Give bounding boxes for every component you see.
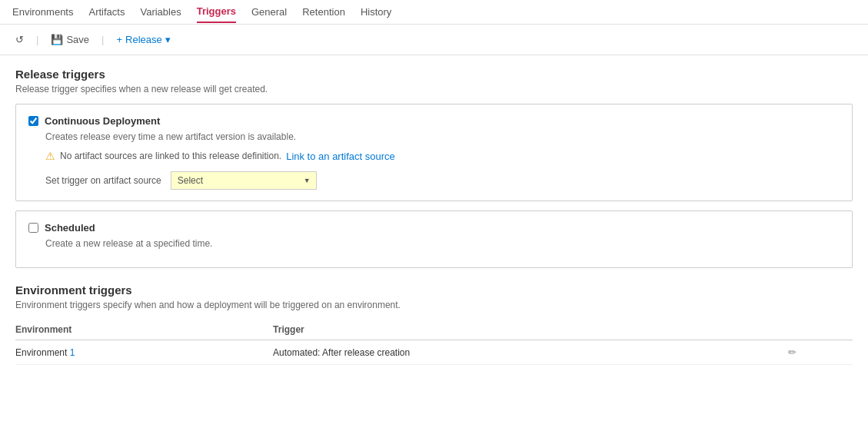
- table-row: Environment 1 Automated: After release c…: [15, 340, 853, 365]
- env-triggers-header: Environment triggers Environment trigger…: [15, 283, 853, 310]
- link-artifact-source[interactable]: Link to an artifact source: [286, 151, 395, 162]
- nav-artifacts[interactable]: Artifacts: [88, 2, 125, 22]
- artifact-source-label: Set trigger on artifact source: [45, 175, 161, 186]
- warning-icon: ⚠: [45, 150, 55, 162]
- scheduled-description: Create a new release at a specified time…: [45, 238, 840, 249]
- action-cell: ✏: [788, 340, 853, 365]
- save-button[interactable]: 💾 Save: [48, 32, 92, 47]
- cd-warning-text: No artifact sources are linked to this r…: [60, 151, 281, 161]
- nav-history[interactable]: History: [361, 2, 391, 22]
- separator-2: |: [101, 34, 104, 45]
- col-header-action: [788, 320, 853, 340]
- scheduled-title: Scheduled: [45, 222, 95, 234]
- edit-icon[interactable]: ✏: [788, 346, 796, 358]
- release-triggers-desc: Release trigger specifies when a new rel…: [15, 84, 853, 94]
- scheduled-checkbox[interactable]: [28, 223, 38, 233]
- dropdown-arrow-icon: ▾: [165, 34, 171, 45]
- col-header-environment: Environment: [15, 320, 273, 340]
- env-triggers-title: Environment triggers: [15, 283, 853, 297]
- artifact-source-row: Set trigger on artifact source Select: [45, 171, 840, 190]
- trigger-cell: Automated: After release creation: [273, 340, 788, 365]
- release-button[interactable]: + Release ▾: [113, 32, 173, 47]
- nav-general[interactable]: General: [251, 2, 287, 22]
- col-header-trigger: Trigger: [273, 320, 788, 340]
- environment-table: Environment Trigger Environment 1 Automa…: [15, 320, 853, 365]
- release-triggers-header: Release triggers Release trigger specifi…: [15, 68, 853, 94]
- continuous-deployment-card: Continuous Deployment Creates release ev…: [15, 104, 853, 201]
- env-triggers-desc: Environment triggers specify when and ho…: [15, 300, 853, 310]
- main-content: Release triggers Release trigger specifi…: [0, 55, 868, 377]
- nav-environments[interactable]: Environments: [12, 2, 73, 22]
- environment-triggers-section: Environment triggers Environment trigger…: [15, 283, 853, 365]
- nav-triggers[interactable]: Triggers: [197, 1, 236, 23]
- env-label-text: Environment: [15, 347, 70, 358]
- env-cell: Environment 1: [15, 340, 273, 365]
- nav-retention[interactable]: Retention: [302, 2, 345, 22]
- separator-1: |: [36, 34, 38, 45]
- table-header-row: Environment Trigger: [15, 320, 853, 340]
- toolbar: ↺ | 💾 Save | + Release ▾: [0, 25, 868, 55]
- refresh-button[interactable]: ↺: [12, 32, 27, 47]
- artifact-source-select[interactable]: Select: [171, 171, 317, 190]
- env-link[interactable]: 1: [70, 347, 75, 358]
- release-triggers-title: Release triggers: [15, 68, 853, 81]
- nav-variables[interactable]: Variables: [140, 2, 181, 22]
- scheduled-card: Scheduled Create a new release at a spec…: [15, 210, 853, 268]
- artifact-select-wrapper: Select: [171, 171, 317, 190]
- top-nav: Environments Artifacts Variables Trigger…: [0, 0, 868, 25]
- cd-checkbox[interactable]: [28, 116, 38, 126]
- save-icon: 💾: [51, 34, 63, 45]
- cd-description: Creates release every time a new artifac…: [45, 131, 840, 142]
- cd-card-header: Continuous Deployment: [28, 115, 840, 127]
- plus-icon: +: [116, 34, 122, 45]
- refresh-icon: ↺: [15, 34, 24, 45]
- scheduled-card-header: Scheduled: [28, 222, 840, 234]
- cd-warning-row: ⚠ No artifact sources are linked to this…: [45, 150, 840, 162]
- cd-title: Continuous Deployment: [45, 115, 160, 127]
